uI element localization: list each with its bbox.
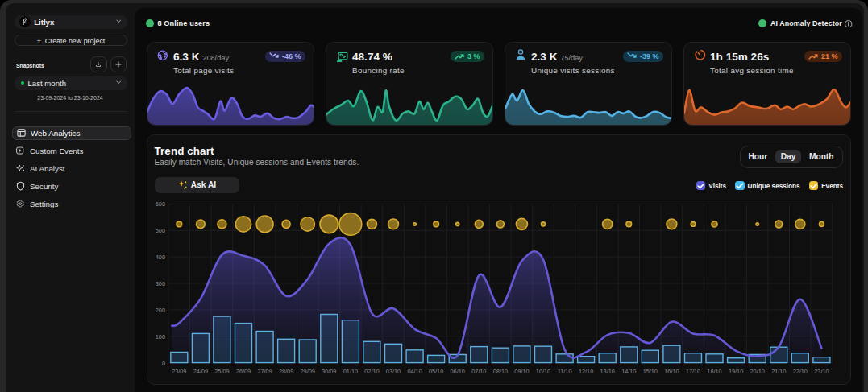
- svg-text:400: 400: [156, 254, 165, 261]
- svg-text:02/10: 02/10: [364, 368, 379, 375]
- svg-text:06/10: 06/10: [451, 368, 465, 375]
- svg-text:05/10: 05/10: [429, 368, 443, 375]
- svg-text:20/10: 20/10: [750, 368, 765, 375]
- svg-text:19/10: 19/10: [729, 368, 743, 375]
- svg-text:26/09: 26/09: [236, 368, 251, 375]
- svg-text:16/10: 16/10: [664, 368, 679, 375]
- svg-text:23/09: 23/09: [172, 368, 186, 375]
- svg-text:14/10: 14/10: [621, 368, 636, 375]
- svg-text:24/09: 24/09: [193, 368, 208, 375]
- svg-text:01/10: 01/10: [343, 368, 358, 375]
- svg-text:15/10: 15/10: [643, 368, 658, 375]
- svg-text:13/10: 13/10: [600, 368, 615, 375]
- svg-text:04/10: 04/10: [407, 368, 422, 375]
- svg-text:100: 100: [156, 333, 165, 340]
- svg-text:23/10: 23/10: [814, 368, 829, 375]
- svg-text:0: 0: [162, 360, 165, 367]
- svg-text:500: 500: [156, 227, 165, 234]
- svg-text:30/09: 30/09: [322, 368, 336, 375]
- svg-text:25/09: 25/09: [214, 368, 229, 375]
- svg-text:12/10: 12/10: [579, 368, 593, 375]
- svg-text:200: 200: [156, 307, 165, 314]
- svg-text:07/10: 07/10: [471, 368, 486, 375]
- svg-text:600: 600: [156, 200, 165, 208]
- svg-text:21/10: 21/10: [771, 368, 786, 375]
- svg-text:18/10: 18/10: [707, 368, 721, 375]
- svg-text:10/10: 10/10: [536, 368, 550, 375]
- svg-text:08/10: 08/10: [493, 368, 508, 375]
- svg-text:09/10: 09/10: [514, 368, 529, 375]
- svg-text:11/10: 11/10: [558, 368, 572, 375]
- svg-text:03/10: 03/10: [386, 368, 401, 375]
- svg-text:17/10: 17/10: [686, 368, 700, 375]
- svg-text:22/10: 22/10: [793, 368, 808, 375]
- svg-text:28/09: 28/09: [279, 368, 293, 375]
- svg-text:29/09: 29/09: [301, 368, 315, 375]
- svg-text:27/09: 27/09: [257, 368, 272, 375]
- svg-text:300: 300: [156, 280, 165, 287]
